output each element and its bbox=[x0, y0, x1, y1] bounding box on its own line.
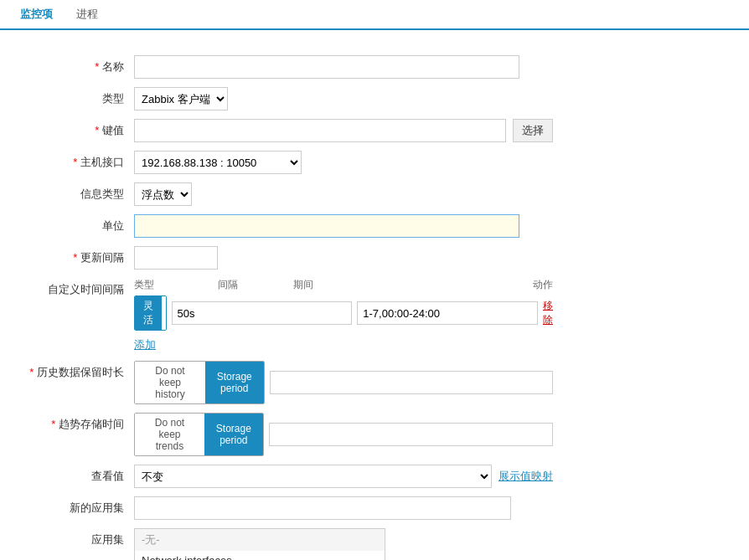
period-input[interactable] bbox=[357, 301, 538, 325]
custom-time-label: 自定义时间间隔 bbox=[25, 278, 134, 297]
trends-label: 趋势存储时间 bbox=[25, 413, 134, 432]
keyvalue-control: vfs.fs.size[c:,pfree] 选择 bbox=[134, 119, 553, 142]
type-flexible-button[interactable]: 灵活 bbox=[135, 296, 162, 330]
new-app-control bbox=[134, 496, 553, 520]
new-app-input[interactable] bbox=[134, 496, 511, 520]
unit-control: % bbox=[134, 214, 553, 238]
update-label: 更新间隔 bbox=[25, 246, 134, 265]
update-input[interactable]: 1m bbox=[134, 246, 218, 270]
app-label: 应用集 bbox=[25, 528, 134, 547]
app-list-item-none[interactable]: -无- bbox=[135, 529, 385, 551]
custom-time-row-0: 灵活 调度 移除 bbox=[134, 295, 553, 331]
info-type-label: 信息类型 bbox=[25, 182, 134, 202]
tab-progress[interactable]: 进程 bbox=[65, 0, 110, 28]
type-row: 类型 Zabbix 客户端 bbox=[25, 87, 724, 110]
app-control: -无- Network interfaces Zabbix raw items bbox=[134, 528, 553, 560]
interval-input[interactable] bbox=[172, 301, 353, 325]
host-label: 主机接口 bbox=[25, 151, 134, 170]
info-type-row: 信息类型 浮点数 bbox=[25, 182, 724, 206]
new-app-label: 新的应用集 bbox=[25, 496, 134, 516]
ctt-header-type: 类型 bbox=[134, 278, 218, 292]
form-container: 名称 类型 Zabbix 客户端 键值 vfs.fs.size[c:,pfree… bbox=[0, 47, 749, 560]
ctt-header-interval: 间隔 bbox=[218, 278, 293, 292]
trends-row: 趋势存储时间 Do not keep trends Storage period… bbox=[25, 413, 724, 456]
keyvalue-label: 键值 bbox=[25, 119, 134, 138]
trends-value-input[interactable]: 365d bbox=[269, 423, 553, 446]
history-row: 历史数据保留时长 Do not keep history Storage per… bbox=[25, 361, 724, 404]
ctt-header-action: 动作 bbox=[427, 278, 553, 292]
add-button[interactable]: 添加 bbox=[134, 337, 156, 352]
history-toggle: Do not keep history Storage period bbox=[134, 361, 265, 404]
app-row: 应用集 -无- Network interfaces Zabbix raw it… bbox=[25, 528, 724, 560]
type-label: 类型 bbox=[25, 87, 134, 106]
keyvalue-row: 键值 vfs.fs.size[c:,pfree] 选择 bbox=[25, 119, 724, 142]
trends-storage-button[interactable]: Storage period bbox=[204, 414, 263, 455]
lookup-control: 不变 展示值映射 bbox=[134, 465, 553, 488]
lookup-row: 查看值 不变 展示值映射 bbox=[25, 465, 724, 488]
app-list-item-network[interactable]: Network interfaces bbox=[135, 551, 385, 560]
history-control: Do not keep history Storage period 90d bbox=[134, 361, 553, 404]
trends-toggle: Do not keep trends Storage period bbox=[134, 413, 264, 456]
history-storage-button[interactable]: Storage period bbox=[205, 362, 264, 403]
ctt-header-period: 期间 bbox=[293, 278, 427, 292]
name-control bbox=[134, 55, 553, 79]
update-control: 1m bbox=[134, 246, 553, 270]
custom-time-row: 自定义时间间隔 类型 间隔 期间 动作 灵活 调度 移除 添加 bbox=[25, 278, 724, 352]
name-row: 名称 bbox=[25, 55, 724, 79]
custom-time-control: 类型 间隔 期间 动作 灵活 调度 移除 添加 bbox=[134, 278, 553, 352]
name-label: 名称 bbox=[25, 55, 134, 74]
remove-button[interactable]: 移除 bbox=[543, 299, 553, 327]
type-control: Zabbix 客户端 bbox=[134, 87, 553, 110]
unit-label: 单位 bbox=[25, 214, 134, 234]
name-input[interactable] bbox=[134, 55, 519, 79]
type-toggle: 灵活 调度 bbox=[134, 295, 167, 331]
trends-control: Do not keep trends Storage period 365d bbox=[134, 413, 553, 456]
tab-monitor[interactable]: 监控项 bbox=[8, 0, 65, 30]
host-control: 192.168.88.138 : 10050 bbox=[134, 151, 553, 174]
update-row: 更新间隔 1m bbox=[25, 246, 724, 270]
info-type-control: 浮点数 bbox=[134, 182, 553, 206]
trends-no-keep-button[interactable]: Do not keep trends bbox=[135, 414, 204, 455]
info-type-select[interactable]: 浮点数 bbox=[134, 182, 192, 206]
history-label: 历史数据保留时长 bbox=[25, 361, 134, 380]
history-no-keep-button[interactable]: Do not keep history bbox=[135, 362, 205, 403]
lookup-label: 查看值 bbox=[25, 465, 134, 484]
history-value-input[interactable]: 90d bbox=[270, 371, 553, 394]
unit-row: 单位 % bbox=[25, 214, 724, 238]
keyvalue-choose-button[interactable]: 选择 bbox=[513, 119, 553, 142]
lookup-select[interactable]: 不变 bbox=[134, 465, 492, 488]
keyvalue-input[interactable]: vfs.fs.size[c:,pfree] bbox=[134, 119, 506, 142]
tab-bar: 监控项 进程 bbox=[0, 0, 749, 30]
app-list[interactable]: -无- Network interfaces Zabbix raw items bbox=[134, 528, 385, 560]
unit-input[interactable]: % bbox=[134, 214, 519, 238]
host-row: 主机接口 192.168.88.138 : 10050 bbox=[25, 151, 724, 174]
type-schedule-button[interactable]: 调度 bbox=[162, 296, 167, 330]
type-select[interactable]: Zabbix 客户端 bbox=[134, 87, 228, 110]
lookup-link-button[interactable]: 展示值映射 bbox=[498, 469, 553, 484]
new-app-row: 新的应用集 bbox=[25, 496, 724, 520]
host-select[interactable]: 192.168.88.138 : 10050 bbox=[134, 151, 302, 174]
